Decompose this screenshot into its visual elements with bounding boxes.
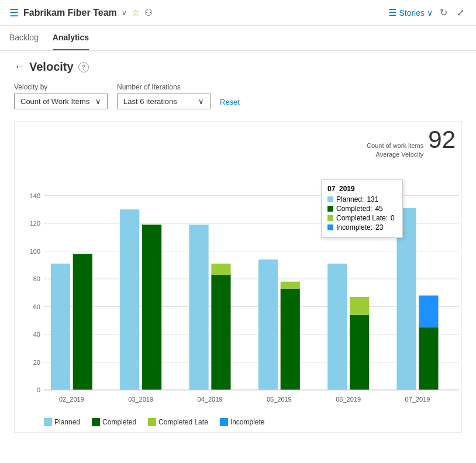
tooltip-completed-late-color (327, 215, 333, 221)
tooltip-planned: Planned: 131 (327, 195, 396, 203)
velocity-by-group: Velocity by Count of Work Items ∨ (14, 83, 108, 109)
svg-text:20: 20 (33, 358, 40, 365)
svg-rect-28 (281, 282, 300, 289)
page-header: ← Velocity ? (14, 60, 462, 74)
svg-text:140: 140 (30, 192, 40, 199)
svg-text:03_2019: 03_2019 (128, 396, 153, 403)
tooltip-completed-late-value: 0 (391, 214, 395, 222)
tooltip-completed-label: Completed: (336, 205, 372, 213)
svg-text:05_2019: 05_2019 (267, 396, 292, 403)
svg-rect-27 (281, 288, 300, 389)
legend-planned-label: Planned (54, 418, 80, 426)
legend-completed-late-color (148, 418, 156, 426)
svg-rect-19 (120, 209, 139, 390)
tab-backlog[interactable]: Backlog (9, 26, 39, 50)
chart-svg-wrap: 07_2019 Planned: 131 Completed: 45 Compl… (20, 162, 456, 413)
svg-rect-35 (419, 327, 438, 390)
svg-text:06_2019: 06_2019 (336, 396, 361, 403)
legend-incomplete: Incomplete (220, 418, 265, 426)
svg-rect-17 (73, 254, 92, 390)
chart-meta-label: Count of work items Average Velocity (367, 141, 423, 160)
tooltip-incomplete-label: Incomplete: (336, 223, 372, 231)
people-icon[interactable]: ⚇ (144, 7, 153, 18)
header-right: ☰ Stories ∨ ↻ ⤢ (388, 5, 467, 20)
svg-rect-20 (142, 224, 161, 390)
svg-rect-22 (189, 224, 209, 390)
svg-rect-16 (51, 264, 70, 390)
tooltip-planned-value: 131 (367, 195, 378, 203)
legend-incomplete-color (220, 418, 228, 426)
svg-rect-36 (419, 295, 438, 327)
velocity-by-value: Count of Work Items (20, 97, 89, 106)
legend-planned-color (44, 418, 52, 426)
chart-legend: Planned Completed Completed Late Incompl… (20, 413, 456, 426)
legend-completed-color (92, 418, 100, 426)
svg-text:07_2019: 07_2019 (405, 396, 430, 403)
legend-completed-late: Completed Late (148, 418, 208, 426)
stories-icon: ☰ (388, 7, 396, 18)
svg-rect-30 (327, 264, 347, 390)
svg-text:04_2019: 04_2019 (198, 396, 223, 403)
team-chevron-icon[interactable]: ∨ (122, 9, 127, 17)
svg-text:120: 120 (30, 220, 40, 227)
app-icon: ☰ (9, 6, 19, 19)
app-header: ☰ Fabrikam Fiber Team ∨ ☆ ⚇ ☰ Stories ∨ … (0, 0, 476, 26)
avg-velocity-label: Average Velocity (376, 151, 424, 158)
velocity-by-dropdown[interactable]: Count of Work Items ∨ (14, 94, 108, 109)
iterations-group: Number of Iterations Last 6 iterations ∨ (117, 83, 211, 109)
tooltip-completed-late-label: Completed Late: (336, 214, 388, 222)
legend-completed-late-label: Completed Late (158, 418, 208, 426)
expand-button[interactable]: ⤢ (454, 5, 467, 20)
tooltip-incomplete-value: 23 (375, 223, 383, 231)
tooltip-completed-color (327, 206, 333, 212)
svg-rect-24 (211, 264, 230, 275)
chart-wrapper: Count of work items Average Velocity 92 … (14, 121, 462, 433)
help-icon[interactable]: ? (78, 62, 89, 72)
tooltip-box: 07_2019 Planned: 131 Completed: 45 Compl… (321, 179, 403, 238)
back-button[interactable]: ← (14, 61, 25, 73)
svg-rect-26 (258, 260, 278, 390)
iterations-value: Last 6 iterations (123, 97, 177, 106)
svg-text:100: 100 (30, 247, 40, 254)
controls: Velocity by Count of Work Items ∨ Number… (14, 83, 462, 109)
avg-velocity-value: 92 (428, 127, 456, 152)
legend-completed-label: Completed (102, 418, 136, 426)
refresh-button[interactable]: ↻ (437, 5, 450, 20)
svg-rect-23 (211, 275, 230, 390)
team-name: Fabrikam Fiber Team (23, 8, 117, 18)
tooltip-incomplete: Incomplete: 23 (327, 223, 396, 231)
favorite-icon[interactable]: ☆ (132, 7, 140, 18)
svg-text:80: 80 (33, 275, 40, 282)
stories-chevron-icon: ∨ (427, 8, 433, 18)
svg-text:60: 60 (33, 303, 40, 310)
legend-planned: Planned (44, 418, 80, 426)
page-content: ← Velocity ? Velocity by Count of Work I… (0, 51, 476, 442)
svg-text:40: 40 (33, 331, 40, 338)
tooltip-title: 07_2019 (327, 185, 396, 193)
legend-incomplete-label: Incomplete (230, 418, 265, 426)
nav-tabs: Backlog Analytics (0, 26, 476, 51)
velocity-by-label: Velocity by (14, 83, 108, 91)
tooltip-planned-color (327, 196, 333, 202)
stories-dropdown[interactable]: ☰ Stories ∨ (388, 7, 433, 18)
tab-analytics[interactable]: Analytics (53, 26, 89, 50)
page-title: Velocity (29, 60, 74, 74)
iterations-dropdown[interactable]: Last 6 iterations ∨ (117, 94, 211, 109)
tooltip-completed-late: Completed Late: 0 (327, 214, 396, 222)
tooltip-completed-value: 45 (375, 205, 382, 213)
iterations-label: Number of Iterations (117, 83, 211, 91)
count-label: Count of work items (367, 142, 423, 149)
legend-completed: Completed (92, 418, 136, 426)
svg-text:02_2019: 02_2019 (59, 396, 84, 403)
chart-meta: Count of work items Average Velocity 92 (20, 127, 456, 160)
svg-rect-31 (350, 315, 369, 390)
reset-button[interactable]: Reset (220, 95, 240, 109)
tooltip-completed: Completed: 45 (327, 205, 396, 213)
tooltip-planned-label: Planned: (336, 195, 364, 203)
svg-rect-32 (350, 297, 369, 315)
svg-text:0: 0 (37, 386, 40, 393)
tooltip-incomplete-color (327, 224, 333, 230)
stories-label: Stories (399, 8, 425, 18)
iterations-chevron-icon: ∨ (198, 97, 204, 106)
velocity-by-chevron-icon: ∨ (95, 97, 101, 106)
